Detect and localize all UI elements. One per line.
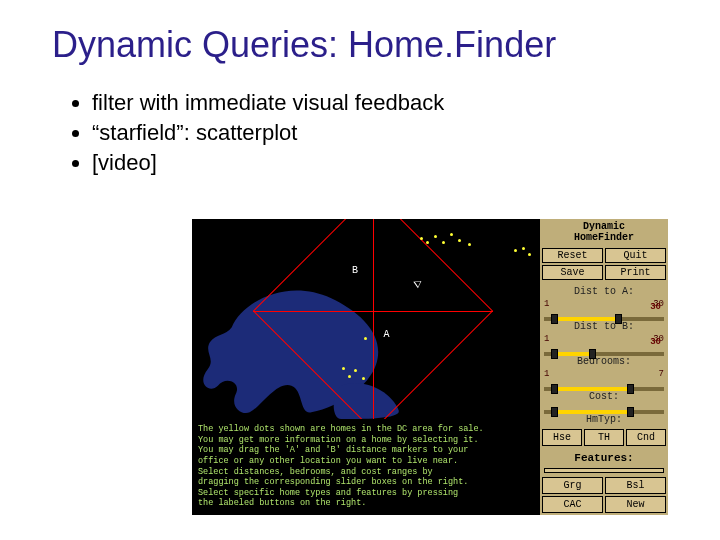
home-dot[interactable] <box>468 243 471 246</box>
slider-handle-icon[interactable] <box>589 349 596 359</box>
dist-b-min: 1 <box>544 334 549 344</box>
bedrooms-label: Bedrooms: <box>542 356 666 367</box>
print-button[interactable]: Print <box>605 265 666 280</box>
bullet-item: filter with immediate visual feedback <box>92 90 680 116</box>
panel-title: Dynamic HomeFinder <box>542 222 666 243</box>
home-dot[interactable] <box>522 247 525 250</box>
bullet-item: [video] <box>92 150 680 176</box>
hometype-townhouse-button[interactable]: TH <box>584 429 624 446</box>
bedrooms-slider[interactable] <box>544 382 664 385</box>
feature-cac-button[interactable]: CAC <box>542 496 603 513</box>
dist-b-value: 30 <box>650 337 661 347</box>
dist-b-label: Dist to B: <box>542 321 666 332</box>
home-dot[interactable] <box>442 241 445 244</box>
marker-a[interactable]: A <box>383 329 389 340</box>
slider-handle-icon[interactable] <box>627 384 634 394</box>
home-dot[interactable] <box>348 375 351 378</box>
slider-handle-icon[interactable] <box>551 384 558 394</box>
hometype-label: HmTyp: <box>542 414 666 425</box>
dist-a-value: 30 <box>650 302 661 312</box>
bedrooms-min: 1 <box>544 369 549 379</box>
homefinder-app: B A The yellow dots shown are homes in t… <box>192 219 668 515</box>
home-dot[interactable] <box>342 367 345 370</box>
home-dot[interactable] <box>420 237 423 240</box>
features-blank <box>544 468 664 473</box>
save-button[interactable]: Save <box>542 265 603 280</box>
home-dot[interactable] <box>354 369 357 372</box>
home-dot[interactable] <box>362 377 365 380</box>
home-dot[interactable] <box>426 241 429 244</box>
feature-basement-button[interactable]: Bsl <box>605 477 666 494</box>
help-text: The yellow dots shown are homes in the D… <box>192 419 540 515</box>
bedrooms-max: 7 <box>659 369 664 379</box>
bullet-item: “starfield”: scatterplot <box>92 120 680 146</box>
control-panel: Dynamic HomeFinder Reset Quit Save Print… <box>540 219 668 515</box>
slider-handle-icon[interactable] <box>551 349 558 359</box>
feature-new-button[interactable]: New <box>605 496 666 513</box>
feature-garage-button[interactable]: Grg <box>542 477 603 494</box>
home-dot[interactable] <box>450 233 453 236</box>
quit-button[interactable]: Quit <box>605 248 666 263</box>
home-dot[interactable] <box>458 239 461 242</box>
cost-slider[interactable] <box>544 405 664 408</box>
bullet-list: filter with immediate visual feedback “s… <box>64 90 680 176</box>
map-view[interactable]: B A <box>192 219 540 419</box>
dist-b-slider[interactable]: 30 <box>544 347 664 350</box>
cost-label: Cost: <box>542 391 666 402</box>
home-dot[interactable] <box>364 337 367 340</box>
features-title: Features: <box>542 452 666 464</box>
home-dot[interactable] <box>528 253 531 256</box>
dist-a-slider[interactable]: 30 <box>544 312 664 315</box>
hometype-condo-button[interactable]: Cnd <box>626 429 666 446</box>
reset-button[interactable]: Reset <box>542 248 603 263</box>
home-dot[interactable] <box>434 235 437 238</box>
slider-handle-icon[interactable] <box>627 407 634 417</box>
slider-handle-icon[interactable] <box>551 314 558 324</box>
dist-a-min: 1 <box>544 299 549 309</box>
slider-handle-icon[interactable] <box>615 314 622 324</box>
dist-a-label: Dist to A: <box>542 286 666 297</box>
slider-handle-icon[interactable] <box>551 407 558 417</box>
hometype-house-button[interactable]: Hse <box>542 429 582 446</box>
home-dot[interactable] <box>514 249 517 252</box>
slide-title: Dynamic Queries: Home.Finder <box>52 24 680 66</box>
marker-b[interactable]: B <box>352 265 358 276</box>
